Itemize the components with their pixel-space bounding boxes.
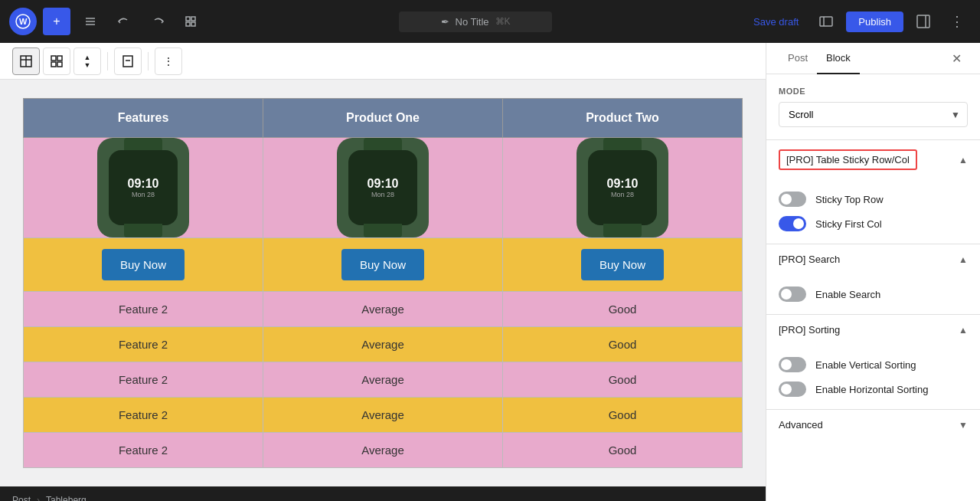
svg-text:W: W <box>19 17 28 26</box>
more-options-button[interactable]: ⋮ <box>943 8 971 35</box>
cell-product-one-val: Average <box>263 433 503 468</box>
publish-button[interactable]: Publish <box>846 11 903 32</box>
cell-product-two-buy: Buy Now <box>503 238 743 292</box>
pro-sticky-title: [PRO] Table Sticky Row/Col <box>779 149 917 170</box>
redo-button[interactable] <box>144 8 172 35</box>
svg-rect-5 <box>191 22 195 26</box>
editor-content: Features Product One Product Two <box>0 80 766 486</box>
mode-select-wrapper: Scroll ▼ <box>779 102 968 127</box>
tab-block[interactable]: Block <box>817 43 860 74</box>
table-row-images: 09:10 Mon 28 <box>24 138 743 238</box>
save-draft-button[interactable]: Save draft <box>746 11 806 32</box>
sticky-top-row-toggle[interactable] <box>779 192 806 207</box>
watch-image-2: 09:10 Mon 28 <box>337 138 429 237</box>
cell-product-one-val: Average <box>263 292 503 327</box>
sidebar-close-button[interactable]: ✕ <box>946 45 968 72</box>
watch-image-3: 09:10 Mon 28 <box>577 138 668 237</box>
post-title[interactable]: No Title <box>456 16 489 28</box>
cell-product-one-val: Average <box>263 362 503 398</box>
sticky-first-col-toggle[interactable] <box>779 216 806 231</box>
enable-vertical-sorting-toggle[interactable] <box>779 357 806 372</box>
cell-product-one-image: 09:10 Mon 28 <box>263 138 503 238</box>
mode-select[interactable]: Scroll <box>779 102 968 127</box>
enable-horizontal-sorting-toggle[interactable] <box>779 381 806 397</box>
up-down-button[interactable]: ▲ ▼ <box>74 47 101 75</box>
grid-view-button[interactable] <box>43 47 70 75</box>
header-product-one: Product One <box>263 99 503 138</box>
cell-feature-label: Feature 2 <box>24 398 263 433</box>
watch-image-1: 09:10 Mon 28 <box>97 138 189 237</box>
more-toolbar-button[interactable]: ⋮ <box>155 47 182 75</box>
breadcrumb: Post › Tableberg <box>0 486 766 501</box>
svg-rect-17 <box>123 56 132 67</box>
editor-area: ▲ ▼ ⋮ Features Product One Produ <box>0 43 766 501</box>
svg-rect-3 <box>191 17 195 21</box>
cell-product-one-val: Average <box>263 327 503 362</box>
svg-rect-8 <box>917 15 929 28</box>
main-area: ▲ ▼ ⋮ Features Product One Produ <box>0 43 980 501</box>
svg-rect-15 <box>51 62 56 67</box>
table-row: Feature 2 Average Good <box>24 433 743 468</box>
mode-label: MODE <box>779 87 968 96</box>
cell-feature-label: Feature 2 <box>24 292 263 327</box>
table-row: Feature 2 Average Good <box>24 327 743 362</box>
pro-search-section: [PRO] Search ▲ Enable Search <box>766 244 980 315</box>
sticky-first-col-toggle-row: Sticky First Col <box>779 216 968 231</box>
pro-sticky-body: Sticky Top Row Sticky First Col <box>766 179 980 244</box>
block-toolbar: ▲ ▼ ⋮ <box>0 43 766 80</box>
list-view-button[interactable] <box>178 8 205 35</box>
wp-logo: W <box>9 8 37 35</box>
svg-rect-14 <box>57 56 62 61</box>
sidebar-toggle-button[interactable] <box>910 8 937 35</box>
buy-now-button-1[interactable]: Buy Now <box>102 249 185 280</box>
keyboard-shortcut: ⌘K <box>495 16 511 27</box>
sidebar-content: MODE Scroll ▼ [PRO] Table Sticky Row/Col… <box>766 74 980 501</box>
advanced-label: Advanced <box>779 419 823 431</box>
pro-search-chevron-icon: ▲ <box>959 254 968 265</box>
add-block-button[interactable]: + <box>43 8 70 35</box>
sticky-top-row-label: Sticky Top Row <box>815 194 884 205</box>
cell-feature-label: Feature 2 <box>24 327 263 362</box>
header-product-two: Product Two <box>503 99 743 138</box>
align-button[interactable] <box>114 47 142 75</box>
undo-button[interactable] <box>110 8 138 35</box>
pro-sorting-section: [PRO] Sorting ▲ Enable Vertical Sorting … <box>766 315 980 410</box>
cell-product-two-val: Good <box>503 327 743 362</box>
breadcrumb-current[interactable]: Tableberg <box>46 495 87 501</box>
tab-post[interactable]: Post <box>779 43 817 74</box>
pro-sticky-header[interactable]: [PRO] Table Sticky Row/Col ▲ <box>766 140 980 179</box>
buy-now-button-2[interactable]: Buy Now <box>341 249 424 280</box>
sidebar-tabs: Post Block ✕ <box>766 43 980 74</box>
advanced-section[interactable]: Advanced ▼ <box>766 410 980 440</box>
enable-search-toggle[interactable] <box>779 287 806 302</box>
cell-product-two-val: Good <box>503 433 743 468</box>
topbar: W + ✒ No Title ⌘K Sa <box>0 0 980 43</box>
svg-rect-16 <box>57 62 62 67</box>
sticky-top-row-toggle-row: Sticky Top Row <box>779 192 968 207</box>
title-area: ✒ No Title ⌘K <box>211 11 740 32</box>
pro-search-title: [PRO] Search <box>779 254 840 265</box>
tools-button[interactable] <box>77 8 104 35</box>
cell-product-two-val: Good <box>503 398 743 433</box>
right-sidebar: Post Block ✕ MODE Scroll ▼ [PRO] Table S… <box>766 43 980 501</box>
pro-search-body: Enable Search <box>766 274 980 314</box>
enable-search-toggle-row: Enable Search <box>779 287 968 302</box>
view-button[interactable] <box>812 8 840 35</box>
advanced-chevron-icon: ▼ <box>959 420 968 431</box>
svg-rect-6 <box>820 17 832 26</box>
svg-rect-13 <box>51 56 56 61</box>
pro-sorting-body: Enable Vertical Sorting Enable Horizonta… <box>766 345 980 409</box>
cell-product-two-image: 09:10 Mon 28 <box>503 138 743 238</box>
pro-sorting-header[interactable]: [PRO] Sorting ▲ <box>766 315 980 345</box>
table-icon-button[interactable] <box>12 47 40 75</box>
buy-now-button-3[interactable]: Buy Now <box>581 249 664 280</box>
pro-search-header[interactable]: [PRO] Search ▲ <box>766 244 980 274</box>
breadcrumb-post[interactable]: Post <box>12 495 31 501</box>
pro-sorting-chevron-icon: ▲ <box>959 325 968 336</box>
enable-vertical-sorting-label: Enable Vertical Sorting <box>815 359 916 371</box>
cell-product-two-val: Good <box>503 362 743 398</box>
toolbar-separator-2 <box>148 52 149 70</box>
enable-horizontal-sorting-toggle-row: Enable Horizontal Sorting <box>779 381 968 397</box>
svg-rect-2 <box>186 17 190 21</box>
cell-product-one-val: Average <box>263 398 503 433</box>
